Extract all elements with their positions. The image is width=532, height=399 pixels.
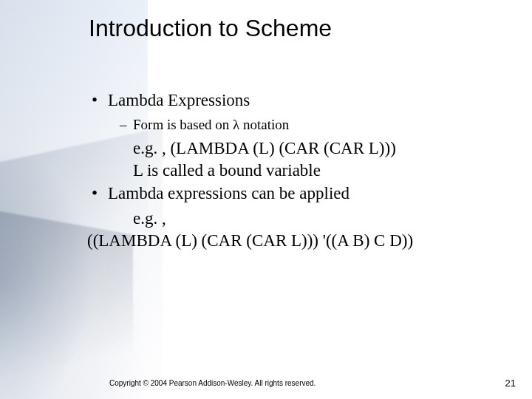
- copyright-text: Copyright © 2004 Pearson Addison-Wesley.…: [109, 379, 316, 387]
- text-example-1: e.g. , (LAMBDA (L) (CAR (CAR L))): [87, 138, 502, 159]
- text-bound-variable: L is called a bound variable: [87, 160, 502, 181]
- subbullet-form-notation: Form is based on λ notation: [87, 116, 502, 134]
- bullet-lambda-expressions: Lambda Expressions: [87, 90, 502, 112]
- slide-body: Lambda Expressions Form is based on λ no…: [87, 90, 502, 251]
- slide: Introduction to Scheme Lambda Expression…: [0, 0, 532, 399]
- text-eg2: e.g. ,: [87, 208, 502, 229]
- bullet-applied: Lambda expressions can be applied: [87, 183, 502, 205]
- page-number: 21: [505, 378, 516, 389]
- text-expression-2: ((LAMBDA (L) (CAR (CAR L))) '((A B) C D)…: [87, 231, 502, 251]
- slide-title: Introduction to Scheme: [89, 15, 332, 42]
